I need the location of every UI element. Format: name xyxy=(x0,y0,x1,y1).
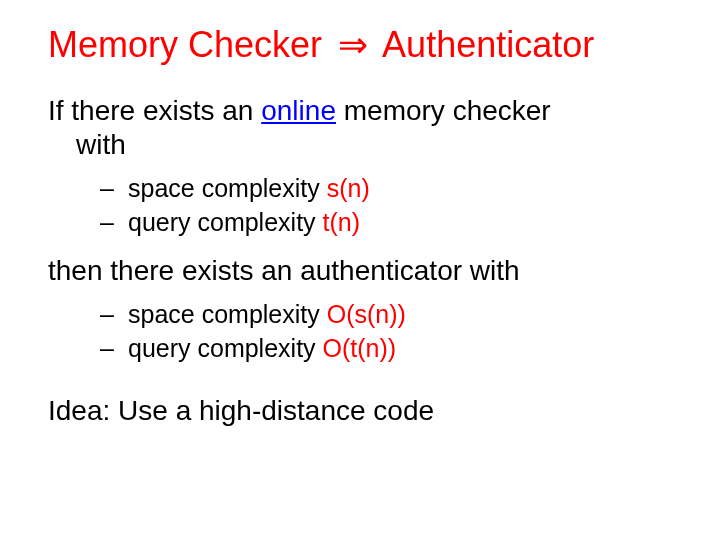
paragraph-2: then there exists an authenticator with xyxy=(48,254,672,288)
sub1-r1-text: space complexity xyxy=(128,172,320,206)
slide-title: Memory Checker ⇒ Authenticator xyxy=(48,24,672,66)
sub2-r1-text: space complexity xyxy=(128,298,320,332)
title-left: Memory Checker xyxy=(48,24,322,65)
dash-icon: – xyxy=(100,172,128,206)
title-right: Authenticator xyxy=(382,24,594,65)
sub2-row2: – query complexity O(t(n)) xyxy=(100,332,672,366)
dash-icon: – xyxy=(100,332,128,366)
sub1-r1-value: s(n) xyxy=(327,172,370,206)
sub2-r2-value: O(t(n)) xyxy=(323,332,397,366)
sub2-row1: – space complexity O(s(n)) xyxy=(100,298,672,332)
p1-prefix: If there exists an xyxy=(48,95,261,126)
paragraph-1: If there exists an online memory checker… xyxy=(48,94,672,162)
slide: Memory Checker ⇒ Authenticator If there … xyxy=(0,0,720,540)
p2-text: then there exists an authenticator with xyxy=(48,255,520,286)
online-word: online xyxy=(261,95,336,126)
idea-line: Idea: Use a high-distance code xyxy=(48,395,672,427)
sub1-row2: – query complexity t(n) xyxy=(100,206,672,240)
p1-line2: with xyxy=(48,128,672,162)
dash-icon: – xyxy=(100,298,128,332)
sub2-r1-value: O(s(n)) xyxy=(327,298,406,332)
sub1-r2-value: t(n) xyxy=(323,206,361,240)
sublist-1: – space complexity s(n) – query complexi… xyxy=(48,172,672,240)
sub2-r2-text: query complexity xyxy=(128,332,316,366)
implies-icon: ⇒ xyxy=(332,24,374,65)
sub1-r2-text: query complexity xyxy=(128,206,316,240)
p1-suffix: memory checker xyxy=(336,95,551,126)
sublist-2: – space complexity O(s(n)) – query compl… xyxy=(48,298,672,366)
sub1-row1: – space complexity s(n) xyxy=(100,172,672,206)
dash-icon: – xyxy=(100,206,128,240)
